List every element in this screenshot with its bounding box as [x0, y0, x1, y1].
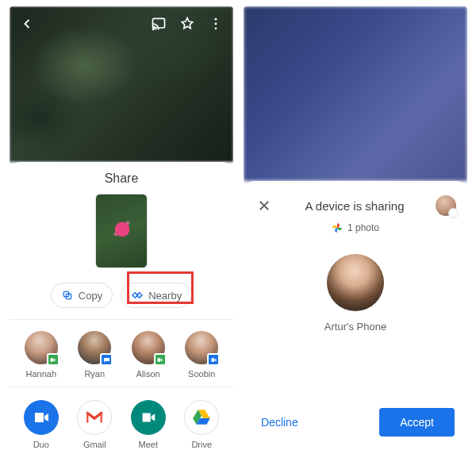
decline-button[interactable]: Decline — [256, 410, 303, 435]
device-name: Artur's Phone — [324, 321, 386, 333]
copy-chip[interactable]: Copy — [51, 283, 113, 308]
photo-preview[interactable] — [95, 194, 148, 268]
avatar — [25, 331, 58, 364]
close-icon[interactable] — [255, 196, 274, 215]
contact-alison[interactable]: Alison — [125, 331, 172, 379]
nearby-chip[interactable]: Nearby — [121, 283, 192, 308]
copy-icon — [61, 289, 74, 302]
contact-soobin[interactable]: Soobin — [178, 331, 225, 379]
cast-icon[interactable] — [149, 14, 168, 33]
accept-button[interactable]: Accept — [379, 408, 455, 437]
avatar — [132, 331, 165, 364]
duo-badge-icon — [47, 353, 60, 366]
svg-point-1 — [153, 29, 155, 30]
app-drive[interactable]: Drive — [178, 400, 225, 448]
photo-count: 1 photo — [255, 222, 456, 233]
contact-hannah[interactable]: Hannah — [17, 331, 65, 379]
wallpaper-background — [244, 6, 467, 181]
photo-count-label: 1 photo — [347, 222, 379, 233]
chip-row: Copy Nearby — [10, 283, 233, 308]
avatar — [185, 331, 218, 364]
share-title: Share — [10, 171, 233, 186]
apps-row: Duo Gmail Meet Drive — [10, 387, 233, 448]
app-label: Duo — [33, 440, 49, 448]
messages-badge-icon — [100, 353, 113, 366]
more-icon[interactable] — [206, 14, 225, 33]
contact-ryan[interactable]: Ryan — [71, 331, 118, 379]
receive-screen: A device is sharing 1 photo Artur's Phon… — [244, 6, 467, 448]
nearby-icon — [131, 289, 144, 302]
contact-name: Soobin — [188, 369, 215, 379]
contact-name: Ryan — [84, 369, 105, 379]
app-gmail[interactable]: Gmail — [71, 400, 118, 448]
photos-icon — [332, 222, 343, 233]
app-duo[interactable]: Duo — [17, 400, 65, 448]
action-row: Decline Accept — [244, 408, 467, 437]
share-sheet: Share Copy Nearby — [10, 162, 233, 448]
duo-badge-icon — [154, 353, 167, 366]
gmail-icon — [77, 400, 112, 435]
nearby-chip-label: Nearby — [148, 290, 182, 302]
svg-point-2 — [215, 18, 217, 21]
duo-badge-icon — [207, 353, 220, 366]
device[interactable]: Artur's Phone — [255, 254, 456, 333]
contacts-row: Hannah Ryan Alison — [10, 319, 233, 387]
photo-toolbar — [10, 6, 233, 41]
contact-name: Hannah — [25, 369, 56, 379]
meet-icon — [131, 400, 166, 435]
receive-sheet: A device is sharing 1 photo Artur's Phon… — [244, 181, 467, 448]
share-screen: Share Copy Nearby — [10, 6, 233, 448]
svg-point-3 — [215, 23, 217, 25]
avatar — [78, 331, 111, 364]
app-label: Meet — [139, 440, 158, 448]
drive-icon — [184, 400, 219, 435]
app-label: Drive — [191, 440, 212, 448]
app-meet[interactable]: Meet — [125, 400, 172, 448]
copy-chip-label: Copy — [79, 290, 102, 302]
receive-title: A device is sharing — [280, 199, 429, 213]
star-icon[interactable] — [178, 14, 197, 33]
duo-icon — [24, 400, 59, 435]
svg-point-4 — [215, 27, 217, 29]
receive-header: A device is sharing — [255, 195, 456, 216]
contact-name: Alison — [136, 369, 160, 379]
back-icon[interactable] — [17, 14, 36, 33]
sender-avatar[interactable] — [436, 195, 456, 216]
app-label: Gmail — [83, 440, 106, 448]
device-avatar — [327, 254, 384, 311]
